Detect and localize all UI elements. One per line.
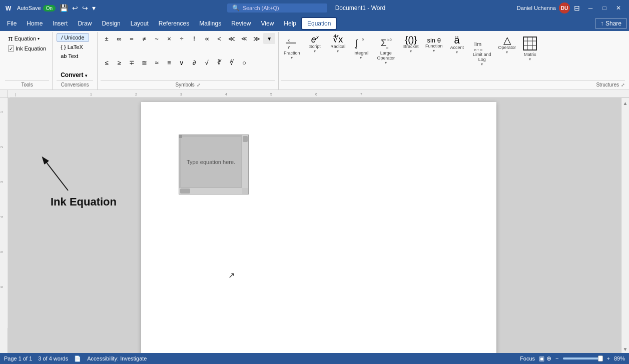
zoom-in-icon[interactable]: + [607,356,610,362]
menu-item-layout[interactable]: Layout [126,18,154,29]
sym-equiv[interactable]: ≡ [163,57,175,68]
sym-exclaim[interactable]: ! [188,33,200,44]
sym-propto[interactable]: ∝ [201,33,213,44]
right-scrollbar[interactable]: ▲ ▼ [621,98,629,353]
radical-arrow[interactable]: ▾ [337,49,339,54]
sym-infinity[interactable]: ∞ [113,33,125,44]
ribbon-display-icon[interactable]: ⊟ [574,4,580,12]
menu-item-home[interactable]: Home [22,18,48,29]
ink-equation-button[interactable]: ✓ Ink Equation [5,44,49,53]
focus-button[interactable]: Focus [520,356,535,362]
sym-ll2[interactable]: ≪ [238,33,250,44]
sym-cbrt[interactable]: ∛ [213,57,225,68]
minimize-button[interactable]: ─ [584,2,597,14]
sym-times[interactable]: × [163,33,175,44]
status-bar: Page 1 of 1 3 of 4 words 📄 Accessibility… [0,353,629,364]
menu-item-draw[interactable]: Draw [73,18,97,29]
sym-gg[interactable]: ≫ [251,33,263,44]
large-operator-arrow[interactable]: ▾ [385,60,387,65]
menu-item-help[interactable]: Help [279,18,301,29]
sym-tilde[interactable]: ~ [151,33,163,44]
accent-arrow[interactable]: ▾ [456,50,458,54]
sym-equals[interactable]: = [126,33,138,44]
function-arrow[interactable]: ▾ [433,48,435,53]
integral-arrow[interactable]: ▾ [360,56,362,60]
accent-button[interactable]: ä Accent ▾ [446,33,468,56]
menu-item-mailings[interactable]: Mailings [194,18,226,29]
share-button[interactable]: ↑ Share [595,18,627,29]
zoom-slider[interactable] [563,358,603,360]
equation-dropdown-button[interactable]: π Equation ▾ [5,33,49,44]
save-icon[interactable]: 💾 [60,4,68,12]
radical-button[interactable]: ∜x Radical ▾ [327,33,349,56]
large-operator-button[interactable]: Σi=0∞ LargeOperator ▾ [373,33,399,67]
web-layout-icon[interactable]: ⊕ [546,355,551,362]
menu-item-file[interactable]: File [2,18,22,29]
accessibility-info[interactable]: Accessibility: Investigate [87,356,147,362]
sym-cong[interactable]: ≅ [138,57,150,68]
doc-check-icon[interactable]: 📄 [74,356,81,362]
limit-log-arrow[interactable]: ▾ [481,62,483,66]
menu-item-review[interactable]: Review [226,18,256,29]
unicode-slash-icon: / [61,34,63,40]
symbols-expand-icon[interactable]: ⤢ [197,82,201,88]
search-bar[interactable]: 🔍 Search (Alt+Q) [227,4,327,12]
convert-button[interactable]: Convert ▾ [57,70,91,80]
sym-sqrt[interactable]: √ [201,57,213,68]
menu-item-references[interactable]: References [154,18,194,29]
zoom-level[interactable]: 89% [614,356,625,362]
print-layout-icon[interactable]: ▣ [539,355,544,362]
script-arrow[interactable]: ▾ [314,49,316,54]
maximize-button[interactable]: □ [598,2,611,14]
structures-expand-icon[interactable]: ⤢ [621,82,625,88]
eq-scrollbar-vertical[interactable] [242,135,248,188]
user-avatar[interactable]: DU [559,2,570,14]
bracket-button[interactable]: {()} Bracket ▾ [400,33,422,56]
eq-scrollbar-horizontal[interactable] [179,188,242,194]
operator-arrow[interactable]: ▾ [506,50,508,54]
sym-minus-plus[interactable]: ∓ [126,57,138,68]
autosave-toggle[interactable]: On [43,5,56,12]
bracket-arrow[interactable]: ▾ [410,49,412,54]
menu-item-design[interactable]: Design [97,18,125,29]
sym-partial[interactable]: ∂ [188,57,200,68]
menu-item-view[interactable]: View [256,18,279,29]
operator-button[interactable]: △ Operator ▾ [496,33,518,56]
radical-icon: ∜x [333,35,343,44]
limit-log-button[interactable]: limn→∞ Limit andLog ▾ [469,33,495,68]
zoom-out-icon[interactable]: − [555,356,558,362]
matrix-button[interactable]: Matrix ▾ [519,33,541,64]
integral-button[interactable]: ∫ba Integral ▾ [350,33,372,62]
script-button[interactable]: ex Script ▾ [304,33,326,56]
sym-vee[interactable]: ∨ [176,57,188,68]
fraction-arrow[interactable]: ▾ [291,56,293,60]
sym-plus-minus[interactable]: ± [101,33,113,44]
sym-ll[interactable]: ≪ [226,33,238,44]
sym-div[interactable]: ÷ [176,33,188,44]
svg-text:6: 6 [315,92,317,96]
menu-item-equation[interactable]: Equation [301,17,337,30]
redo-icon[interactable]: ↪ [82,4,88,12]
fraction-button[interactable]: xy Fraction ▾ [281,33,303,62]
more-commands-icon[interactable]: ▾ [92,4,96,12]
equation-input-area[interactable]: Type equation here. [181,137,241,187]
sym-lt[interactable]: < [213,33,225,44]
undo-icon[interactable]: ↩ [72,4,78,12]
sym-circle[interactable]: ○ [238,57,250,68]
sym-le[interactable]: ≤ [101,57,113,68]
script-label: Script [309,44,321,49]
unicode-button[interactable]: / Unicode [57,33,89,42]
latex-button[interactable]: { } LaTeX [57,43,87,51]
sym-not-equals[interactable]: ≠ [138,33,150,44]
menu-item-insert[interactable]: Insert [48,18,73,29]
sym-ge[interactable]: ≥ [113,57,125,68]
function-button[interactable]: sin θ Function ▾ [423,33,445,55]
text-button[interactable]: ab Text [57,52,82,60]
equation-container: Type equation here. [179,134,249,194]
sym-qrt[interactable]: ∜ [226,57,238,68]
pi-icon: π [8,34,13,42]
sym-scroll-down[interactable]: ▼ [263,33,275,44]
close-button[interactable]: ✕ [612,2,625,14]
sym-approx[interactable]: ≈ [151,57,163,68]
matrix-arrow[interactable]: ▾ [529,57,531,62]
